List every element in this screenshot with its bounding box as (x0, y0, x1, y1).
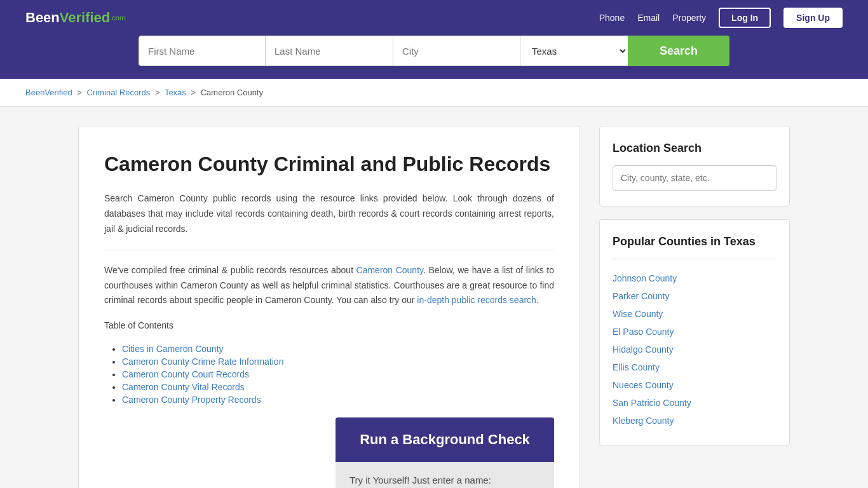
site-header: BeenVerified.com Phone Email Property Lo… (0, 0, 868, 36)
list-item: Cities in Cameron County (122, 344, 554, 354)
county-link[interactable]: San Patricio County (613, 398, 691, 408)
last-name-input[interactable] (266, 36, 393, 66)
first-name-input[interactable] (139, 36, 266, 66)
list-item: Cameron County Vital Records (122, 382, 554, 392)
bg-check-title: Run a Background Check (349, 431, 540, 448)
city-input[interactable] (393, 36, 520, 66)
list-item: Cameron County Court Records (122, 369, 554, 379)
breadcrumb-sep2: > (155, 88, 160, 97)
county-link[interactable]: Kleberg County (613, 416, 674, 426)
breadcrumb-criminal[interactable]: Criminal Records (87, 88, 151, 97)
location-search-widget: Location Search (599, 126, 790, 207)
location-search-title: Location Search (613, 142, 776, 155)
county-link[interactable]: Wise County (613, 309, 663, 319)
widget-divider (613, 259, 776, 259)
toc-item[interactable]: Cameron County Crime Rate Information (122, 356, 283, 367)
body-paragraph: We've compiled free criminal & public re… (104, 263, 554, 308)
state-select[interactable]: Texas Alabama Alaska California Florida … (520, 36, 628, 66)
county-link[interactable]: El Paso County (613, 327, 674, 337)
bottom-section: Run a Background Check Try it Yourself! … (104, 417, 554, 488)
nav-property[interactable]: Property (672, 13, 706, 23)
page-title: Cameron County Criminal and Public Recor… (104, 152, 554, 176)
bg-check-subtitle: Try it Yourself! Just enter a name: (349, 472, 540, 488)
toc-title: Table of Contents (104, 318, 554, 334)
breadcrumb: BeenVerified > Criminal Records > Texas … (0, 79, 868, 107)
main-content: Cameron County Criminal and Public Recor… (53, 126, 815, 488)
list-item: Johnson County (613, 269, 776, 287)
list-item: Nueces County (613, 376, 776, 394)
signup-button[interactable]: Sign Up (783, 8, 843, 28)
search-button[interactable]: Search (628, 36, 729, 66)
list-item: Ellis County (613, 358, 776, 376)
list-item: Wise County (613, 305, 776, 323)
popular-counties-title: Popular Counties in Texas (613, 235, 776, 248)
breadcrumb-sep3: > (191, 88, 196, 97)
toc-item[interactable]: Cameron County Property Records (122, 395, 261, 405)
county-list: Johnson CountyParker CountyWise CountyEl… (613, 269, 776, 430)
county-link[interactable]: Nueces County (613, 380, 674, 390)
toc-item[interactable]: Cameron County Court Records (122, 369, 249, 379)
right-panel: Location Search Popular Counties in Texa… (599, 126, 790, 488)
list-item: Cameron County Crime Rate Information (122, 356, 554, 367)
list-item: Cameron County Property Records (122, 395, 554, 405)
popular-counties-widget: Popular Counties in Texas Johnson County… (599, 219, 790, 445)
toc-list: Cities in Cameron CountyCameron County C… (104, 344, 554, 405)
bg-check-sub: Try it Yourself! Just enter a name: (336, 462, 554, 488)
left-panel: Cameron County Criminal and Public Recor… (78, 126, 580, 488)
list-item: Parker County (613, 287, 776, 305)
cameron-county-link[interactable]: Cameron County (356, 265, 423, 275)
toc-item[interactable]: Cameron County Vital Records (122, 382, 245, 392)
bg-check-box: Run a Background Check (336, 417, 554, 462)
search-bar: Texas Alabama Alaska California Florida … (0, 36, 868, 79)
indepth-link[interactable]: in-depth public records search (417, 295, 536, 305)
list-item: El Paso County (613, 323, 776, 341)
intro-paragraph: Search Cameron County public records usi… (104, 191, 554, 236)
location-search-input[interactable] (613, 165, 776, 191)
list-item: San Patricio County (613, 394, 776, 412)
breadcrumb-texas[interactable]: Texas (165, 88, 186, 97)
logo-verified: Verified (60, 10, 110, 26)
bg-check-container: Run a Background Check Try it Yourself! … (336, 417, 554, 488)
breadcrumb-sep1: > (77, 88, 82, 97)
breadcrumb-home[interactable]: BeenVerified (25, 88, 72, 97)
county-link[interactable]: Johnson County (613, 273, 677, 283)
logo-been: Been (25, 10, 60, 26)
toc-item[interactable]: Cities in Cameron County (122, 344, 224, 354)
county-link[interactable]: Hidalgo County (613, 344, 674, 355)
breadcrumb-current: Cameron County (201, 88, 263, 97)
body-pre: We've compiled free criminal & public re… (104, 265, 356, 275)
logo-com: .com (110, 14, 125, 22)
list-item: Hidalgo County (613, 341, 776, 358)
list-item: Kleberg County (613, 412, 776, 430)
divider (104, 250, 554, 250)
county-link[interactable]: Parker County (613, 291, 669, 301)
nav-phone[interactable]: Phone (599, 13, 625, 23)
login-button[interactable]: Log In (719, 8, 771, 28)
header-nav: Phone Email Property Log In Sign Up (599, 8, 843, 28)
body-end: . (536, 295, 539, 305)
nav-email[interactable]: Email (637, 13, 660, 23)
county-link[interactable]: Ellis County (613, 362, 660, 372)
logo: BeenVerified.com (25, 10, 125, 26)
